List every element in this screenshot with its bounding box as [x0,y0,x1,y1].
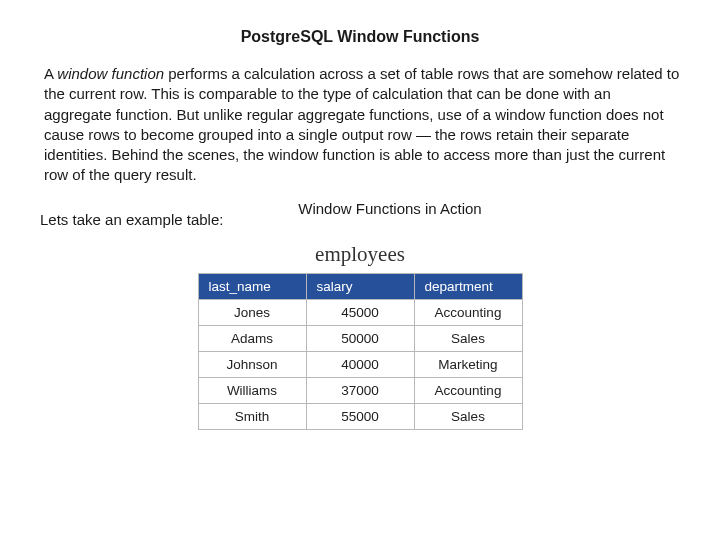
table-header-row: last_name salary department [198,273,522,299]
intro-paragraph: A window function performs a calculation… [0,64,720,186]
cell-salary: 37000 [306,377,414,403]
employees-table: last_name salary department Jones 45000 … [198,273,523,430]
table-row: Johnson 40000 Marketing [198,351,522,377]
intro-emphasis: window function [57,65,164,82]
cell-department: Accounting [414,377,522,403]
table-row: Williams 37000 Accounting [198,377,522,403]
cell-last-name: Jones [198,299,306,325]
cell-department: Marketing [414,351,522,377]
table-row: Smith 55000 Sales [198,403,522,429]
col-header-salary: salary [306,273,414,299]
cell-salary: 50000 [306,325,414,351]
page-title: PostgreSQL Window Functions [0,0,720,64]
cell-department: Sales [414,325,522,351]
col-header-department: department [414,273,522,299]
col-header-last-name: last_name [198,273,306,299]
cell-last-name: Williams [198,377,306,403]
cell-salary: 45000 [306,299,414,325]
table-row: Adams 50000 Sales [198,325,522,351]
table-container: employees last_name salary department Jo… [0,242,720,430]
intro-prefix: A [44,65,57,82]
intro-rest: performs a calculation across a set of t… [44,65,679,183]
cell-last-name: Adams [198,325,306,351]
cell-last-name: Smith [198,403,306,429]
cell-salary: 40000 [306,351,414,377]
cell-department: Accounting [414,299,522,325]
cell-salary: 55000 [306,403,414,429]
cell-department: Sales [414,403,522,429]
table-row: Jones 45000 Accounting [198,299,522,325]
table-caption: employees [0,242,720,267]
cell-last-name: Johnson [198,351,306,377]
